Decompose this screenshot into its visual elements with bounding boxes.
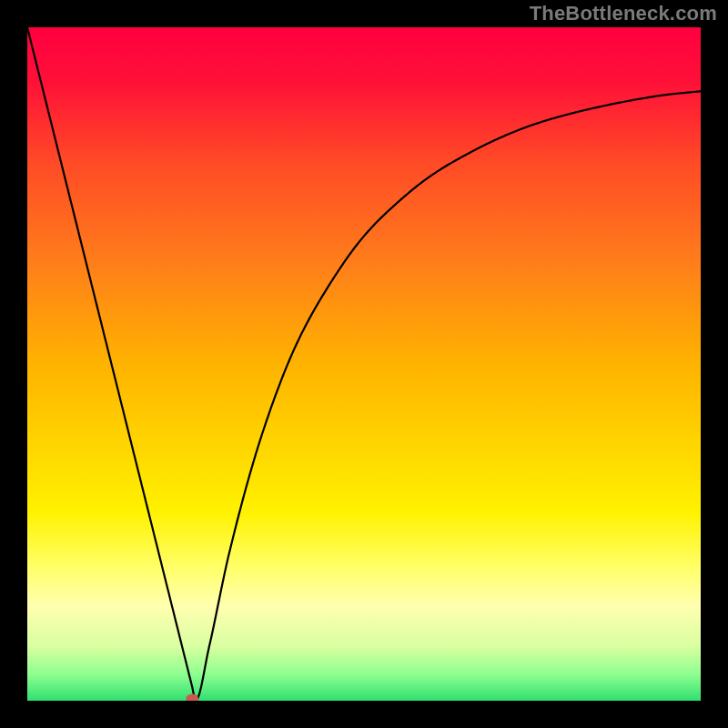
plot-area xyxy=(27,27,701,701)
gradient-background xyxy=(27,27,701,701)
bottleneck-curve-chart xyxy=(27,27,701,701)
watermark-text: TheBottleneck.com xyxy=(530,2,717,25)
chart-stage: TheBottleneck.com xyxy=(0,0,728,728)
